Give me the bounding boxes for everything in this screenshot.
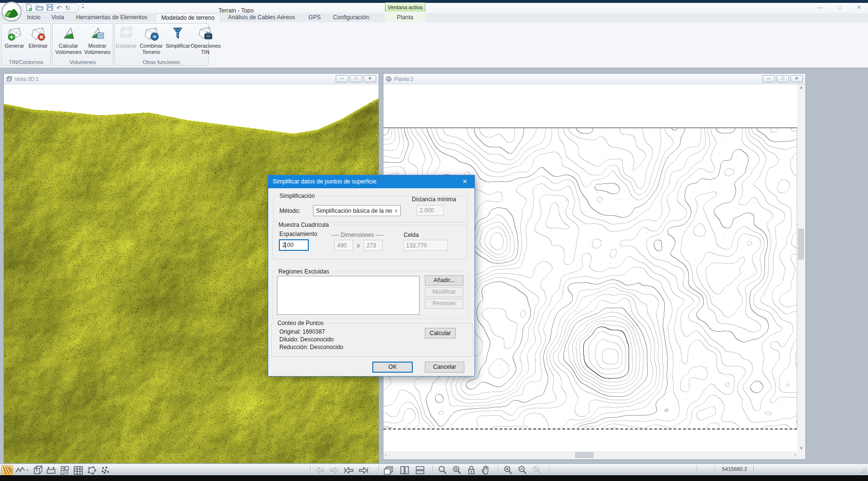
zoom-off-icon[interactable] <box>531 465 542 475</box>
bottom-border-strip <box>0 475 868 481</box>
polygon-edit-icon[interactable] <box>86 465 97 475</box>
scroll-left-icon[interactable]: ‹ <box>385 453 386 457</box>
minimize-button[interactable]: — <box>812 4 827 12</box>
zoom-lock-icon[interactable] <box>465 465 477 475</box>
horizontal-scrollbar[interactable]: ‹ › <box>383 451 797 459</box>
ok-button[interactable]: OK <box>372 362 413 373</box>
operaciones-tin-button[interactable]: Operaciones TIN <box>191 25 220 59</box>
open-file-icon[interactable] <box>36 4 43 12</box>
distancia-minima-label: Distancia mínima <box>412 196 456 203</box>
metodo-value: Simplificación básica de la red (ráp <box>316 208 392 214</box>
point-cloud-icon[interactable] <box>99 465 111 475</box>
resize-grip[interactable] <box>861 468 867 473</box>
mostrar-volumenes-button[interactable]: Mostrar Volúmenes <box>83 25 111 59</box>
vertical-scrollbar[interactable]: ∧ ∨ <box>797 84 805 451</box>
combinar-terreno-button[interactable]: Combinar Terreno <box>138 25 165 59</box>
app-titlebar: Terrain - Topo <box>0 3 868 13</box>
tab-analisis-cables[interactable]: Análisis de Cables Aéreos <box>222 13 302 22</box>
celda-field[interactable] <box>403 240 448 251</box>
vista3d-titlebar[interactable]: Vista 3D:1 — □ ✕ <box>4 74 379 84</box>
back-icon[interactable] <box>314 465 326 475</box>
explanar-button[interactable]: Explanar <box>116 25 137 59</box>
vista3d-close-button[interactable]: ✕ <box>364 75 376 82</box>
planta-titlebar[interactable]: Planta:1 — □ ✕ <box>383 74 805 84</box>
vista3d-minimize-button[interactable]: — <box>336 75 348 82</box>
undo-icon[interactable]: ↶ <box>56 5 62 11</box>
qat-customize-icon[interactable]: ▾ <box>82 4 84 10</box>
metodo-combobox[interactable]: Simplificación básica de la red (ráp ∨ <box>313 205 401 216</box>
dimension-width-field[interactable] <box>334 240 353 251</box>
celda-label: Celda <box>404 232 419 238</box>
dimension-separator: x <box>357 242 360 249</box>
regiones-listbox[interactable] <box>277 276 420 315</box>
group-regiones-excluidas: Regiones Excluidas Añadir... Modificar R… <box>272 272 468 319</box>
calcular-volumenes-button[interactable]: Calcular Volúmenes <box>54 25 82 59</box>
cancelar-button[interactable]: Cancelar <box>425 362 464 373</box>
remover-button[interactable]: Remover <box>425 299 463 309</box>
planta-minimize-button[interactable]: — <box>763 75 775 82</box>
zoom-in-icon[interactable] <box>502 465 513 475</box>
eliminar-button[interactable]: Eliminar <box>26 25 50 59</box>
ribbon: Generar Eliminar TIN/Contornos Calcular … <box>0 22 868 68</box>
horizontal-scroll-thumb[interactable] <box>575 452 593 458</box>
view3d-window-icon <box>6 76 12 82</box>
tab-inicio[interactable]: Inicio <box>21 13 46 22</box>
zoom-extents-icon[interactable] <box>451 465 462 475</box>
tab-gps[interactable]: GPS <box>303 13 326 22</box>
tab-configuracion[interactable]: Configuración: <box>328 13 376 22</box>
redo-icon[interactable]: ↻ <box>65 5 70 11</box>
section-view-icon[interactable] <box>45 465 57 475</box>
calcular-button[interactable]: Calcular <box>425 328 456 338</box>
contour-display-icon[interactable] <box>1 465 13 475</box>
view-3d-icon[interactable] <box>32 465 43 475</box>
new-file-icon[interactable] <box>26 4 32 13</box>
dialog-close-icon[interactable]: ✕ <box>455 175 474 188</box>
planta-close-button[interactable]: ✕ <box>790 75 803 82</box>
group-muestra-cuadricula: Muestra Cuadrícula Espaciamiento ---- Di… <box>272 225 468 260</box>
tile-vertical-icon[interactable] <box>399 465 410 475</box>
tab-vista[interactable]: Vista <box>46 13 69 22</box>
forward-icon[interactable] <box>329 465 340 475</box>
tile-horizontal-icon[interactable] <box>414 465 426 475</box>
cascade-windows-icon[interactable] <box>382 465 394 475</box>
profile-line-dropdown-icon[interactable]: ▾ <box>25 465 30 475</box>
espaciamiento-field[interactable] <box>279 239 309 251</box>
tin-add-icon <box>6 26 23 42</box>
panel-manager-icon[interactable] <box>59 465 70 475</box>
anadir-button[interactable]: Añadir... <box>425 275 463 286</box>
dimension-height-field[interactable] <box>364 240 382 251</box>
pan-hand-icon[interactable] <box>480 465 491 475</box>
scroll-down-icon[interactable]: ∨ <box>797 445 805 450</box>
vertical-scroll-thumb[interactable] <box>798 229 804 260</box>
combo-chevron-down-icon: ∨ <box>392 208 400 213</box>
modificar-button[interactable]: Modificar <box>425 287 463 297</box>
tab-planta[interactable]: Planta <box>385 13 425 22</box>
planta-maximize-button[interactable]: □ <box>776 75 789 82</box>
dialog-title[interactable]: Simplificar datos de puntos de superfici… <box>268 175 474 188</box>
generar-button[interactable]: Generar <box>3 25 26 59</box>
maximize-button[interactable]: □ <box>832 4 847 12</box>
tin-delete-icon <box>30 26 46 42</box>
grid-table-icon[interactable] <box>72 465 84 475</box>
group-regiones-label: Regiones Excluidas <box>276 268 331 275</box>
distancia-minima-field[interactable] <box>417 205 444 216</box>
simplificar-button[interactable]: Simplificar <box>166 25 190 59</box>
group-simplificacion-label: Simplificación <box>277 193 316 199</box>
zoom-out-icon[interactable] <box>516 465 528 475</box>
app-logo-icon[interactable] <box>1 1 22 22</box>
conteo-diluido: Diluido: Desconocido <box>279 336 334 343</box>
simplify-dialog: Simplificar datos de puntos de superfici… <box>268 175 475 377</box>
scroll-up-icon[interactable]: ∧ <box>797 85 805 90</box>
zoom-window-icon[interactable] <box>436 465 448 475</box>
tab-modelado-terreno[interactable]: Modelado de terreno <box>155 13 221 22</box>
profile-line-icon[interactable] <box>14 465 26 475</box>
close-button[interactable]: ✕ <box>852 4 866 12</box>
next-view-icon[interactable] <box>357 465 369 475</box>
dimensiones-label: ---- Dimensiones ---- <box>331 232 383 238</box>
save-icon[interactable] <box>47 4 53 12</box>
scroll-right-icon[interactable]: › <box>794 453 796 457</box>
tab-herramientas[interactable]: Herramientas de Elementos <box>69 13 154 22</box>
vista3d-maximize-button[interactable]: □ <box>350 75 362 82</box>
ribbon-tab-row: Inicio Vista Herramientas de Elementos M… <box>0 13 868 22</box>
previous-view-icon[interactable] <box>343 465 355 475</box>
